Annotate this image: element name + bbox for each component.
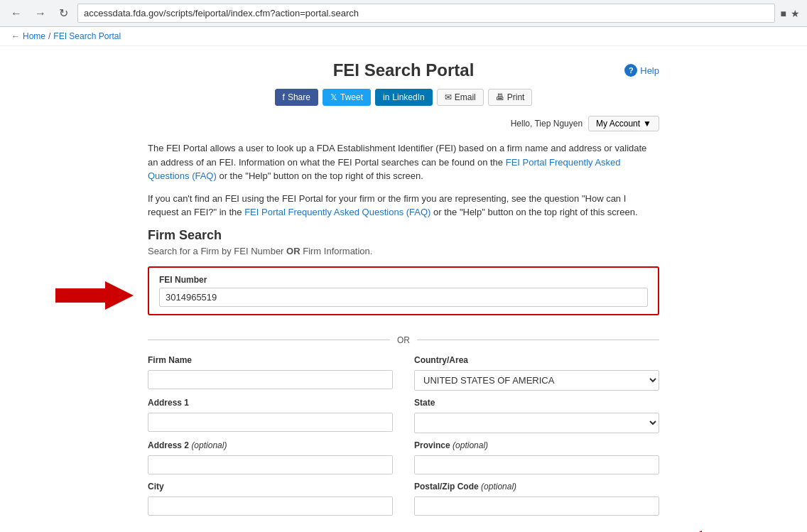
info-paragraph-2: If you can't find an FEI using the FEI P… [148, 192, 659, 219]
email-icon: ✉ [445, 92, 452, 102]
breadcrumb-current[interactable]: FEI Search Portal [53, 31, 121, 41]
country-group: Country/Area UNITED STATES OF AMERICA CA… [414, 355, 659, 391]
firm-search-subtitle: Search for a Firm by FEI Number OR Firm … [148, 246, 659, 256]
or-divider: OR [148, 335, 659, 345]
extensions-button[interactable]: ■ [781, 8, 786, 19]
left-arrow-annotation [55, 278, 134, 313]
firm-search-title: Firm Search [148, 228, 659, 243]
info-paragraph-1: The FEI Portal allows a user to look up … [148, 141, 659, 183]
forward-button[interactable]: → [31, 6, 50, 21]
state-group: State ALAKAZAR CACOCTDE FLGAHIID ILINIAK… [414, 398, 659, 433]
browser-icon-area: ■ ★ [781, 8, 800, 19]
page-title: FEI Search Portal [333, 60, 475, 80]
country-select[interactable]: UNITED STATES OF AMERICA CANADA MEXICO O… [414, 370, 659, 391]
fei-number-box: FEI Number [148, 266, 659, 315]
my-account-label: My Account [596, 119, 640, 129]
state-label: State [414, 398, 659, 408]
account-bar: Hello, Tiep Nguyen My Account ▼ [148, 116, 659, 131]
my-account-button[interactable]: My Account ▼ [588, 116, 659, 131]
province-input[interactable] [414, 455, 659, 474]
back-button[interactable]: ← [7, 6, 26, 21]
city-input[interactable] [148, 496, 393, 516]
share-twitter-button[interactable]: 𝕏 Tweet [323, 89, 371, 106]
address2-label: Address 2 (optional) [148, 440, 393, 450]
city-group: City [148, 482, 393, 516]
firm-info-form: Firm Name Country/Area UNITED STATES OF … [148, 355, 659, 516]
state-select[interactable]: ALAKAZAR CACOCTDE FLGAHIID ILINIAKS KYLA… [414, 413, 659, 433]
address2-group: Address 2 (optional) [148, 440, 393, 474]
left-arrow-icon [673, 527, 752, 533]
linkedin-label: LinkedIn [392, 92, 424, 102]
breadcrumb-separator: / [48, 31, 50, 41]
firm-name-group: Firm Name [148, 355, 393, 391]
page-title-area: FEI Search Portal ? Help [148, 60, 659, 80]
share-linkedin-button[interactable]: in LinkedIn [375, 89, 433, 106]
city-label: City [148, 482, 393, 492]
chevron-down-icon: ▼ [643, 119, 651, 129]
help-label: Help [640, 65, 659, 76]
url-bar[interactable] [77, 4, 775, 23]
svg-marker-0 [55, 281, 134, 310]
address1-input[interactable] [148, 413, 393, 432]
firm-name-input[interactable] [148, 370, 393, 389]
fei-number-label: FEI Number [159, 275, 648, 285]
breadcrumb-home[interactable]: Home [23, 31, 45, 41]
firm-name-label: Firm Name [148, 355, 393, 365]
help-icon: ? [624, 64, 637, 77]
twitter-icon: 𝕏 [330, 92, 337, 102]
address1-group: Address 1 [148, 398, 393, 433]
postal-group: Postal/Zip Code (optional) [414, 482, 659, 516]
right-arrow-icon [55, 278, 134, 313]
bookmark-button[interactable]: ★ [791, 8, 800, 19]
help-link[interactable]: ? Help [624, 64, 659, 77]
account-greeting: Hello, Tiep Nguyen [511, 119, 583, 129]
fei-number-wrapper: FEI Number [148, 266, 659, 325]
country-label: Country/Area [414, 355, 659, 365]
share-email-button[interactable]: ✉ Email [437, 89, 484, 106]
faq-link-2[interactable]: FEI Portal Frequently Asked Questions (F… [244, 207, 430, 217]
email-label: Email [455, 92, 476, 102]
print-button[interactable]: 🖶 Print [488, 89, 533, 106]
breadcrumb: ← Home / FEI Search Portal [0, 27, 807, 46]
province-label: Province (optional) [414, 440, 659, 450]
print-icon: 🖶 [496, 92, 504, 102]
linkedin-icon: in [383, 92, 389, 102]
facebook-label: Share [288, 92, 310, 102]
address1-label: Address 1 [148, 398, 393, 408]
right-arrow-annotation [673, 527, 752, 533]
facebook-icon: f [283, 92, 285, 102]
bottom-actions-wrapper: Reset Fields 🔍 Search [148, 527, 659, 533]
print-label: Print [507, 92, 525, 102]
breadcrumb-back-icon: ← [11, 31, 20, 41]
postal-label: Postal/Zip Code (optional) [414, 482, 659, 492]
browser-chrome: ← → ↻ ■ ★ [0, 0, 807, 27]
twitter-label: Tweet [340, 92, 363, 102]
address2-input[interactable] [148, 455, 393, 474]
share-bar: f Share 𝕏 Tweet in LinkedIn ✉ Email 🖶 Pr… [148, 89, 659, 106]
province-group: Province (optional) [414, 440, 659, 474]
reload-button[interactable]: ↻ [55, 5, 72, 21]
share-facebook-button[interactable]: f Share [275, 89, 318, 106]
postal-input[interactable] [414, 496, 659, 516]
or-label: OR [397, 335, 410, 345]
main-content: FEI Search Portal ? Help f Share 𝕏 Tweet… [134, 46, 673, 532]
fei-number-input[interactable] [159, 288, 648, 307]
